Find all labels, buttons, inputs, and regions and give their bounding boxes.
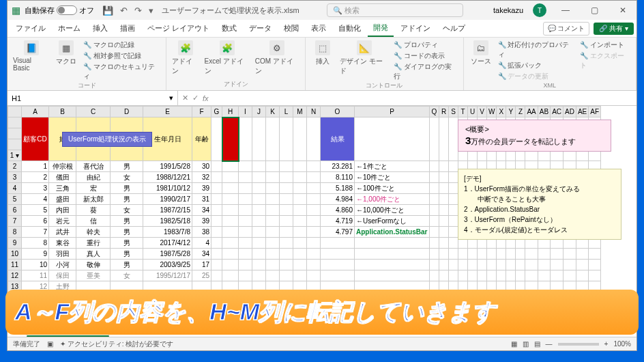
close-button[interactable]: ✕ [613, 5, 632, 15]
tab-formula[interactable]: 数式 [216, 20, 242, 36]
col-header[interactable]: Z [516, 107, 525, 117]
col-header[interactable]: U [468, 107, 478, 117]
view-break-icon[interactable]: ▤ [534, 340, 540, 348]
col-header[interactable]: G [211, 107, 222, 117]
macro-button[interactable]: ▦マクロ [55, 40, 78, 66]
tab-data[interactable]: データ [244, 20, 277, 36]
macro-security-button[interactable]: マクロのセキュリティ [83, 62, 160, 81]
undo-icon[interactable]: ↶ [120, 5, 128, 16]
relative-ref-button[interactable]: 相対参照で記録 [83, 51, 160, 61]
autosave-toggle[interactable]: 自動保存 オフ [25, 5, 94, 16]
row-header[interactable]: 2 [8, 161, 22, 172]
zoom-in-icon[interactable]: + [604, 340, 609, 348]
tab-draw[interactable]: 描画 [115, 20, 141, 36]
col-header[interactable]: B [49, 107, 76, 117]
row-header[interactable]: 6 [8, 205, 22, 216]
userform-shape-button[interactable]: UserForm処理状況の表示 [62, 132, 152, 147]
col-header[interactable]: E [143, 107, 192, 117]
insert-control-button[interactable]: ⬚挿入 [311, 40, 334, 66]
row-header[interactable]: 12 [8, 270, 22, 281]
row-header[interactable]: 4 [8, 183, 22, 194]
maximize-button[interactable]: ▢ [585, 5, 604, 15]
zoom-slider[interactable] [558, 343, 599, 346]
col-header[interactable]: F [192, 107, 211, 117]
col-header[interactable]: L [280, 107, 293, 117]
xml-refresh-button[interactable]: データの更新 [498, 72, 575, 81]
minimize-button[interactable]: — [556, 5, 575, 15]
zoom-level[interactable]: 100% [613, 340, 631, 348]
username[interactable]: takekazu [493, 6, 523, 14]
view-normal-icon[interactable]: ▦ [511, 340, 517, 348]
col-header[interactable]: M [293, 107, 307, 117]
name-box[interactable]: H1▾ [8, 91, 178, 105]
fx-icon[interactable]: fx [203, 94, 209, 102]
row-header[interactable]: 3 [8, 172, 22, 183]
properties-button[interactable]: プロパティ [394, 40, 457, 50]
tab-layout[interactable]: ページ レイアウト [142, 20, 215, 36]
tab-file[interactable]: ファイル [10, 20, 51, 36]
xml-pack-button[interactable]: 拡張パック [498, 61, 575, 70]
comment-button[interactable]: 💬 コメント [543, 22, 590, 36]
col-header[interactable]: X [497, 107, 506, 117]
record-macro-button[interactable]: マクロの記録 [83, 40, 160, 50]
dropdown-icon[interactable]: ▾ [149, 5, 153, 16]
tab-developer[interactable]: 開発 [368, 20, 394, 37]
tab-help[interactable]: ヘルプ [437, 20, 471, 36]
addin-button[interactable]: 🧩アドイン [172, 40, 199, 76]
col-header[interactable]: Q [430, 107, 439, 117]
col-header[interactable]: V [478, 107, 487, 117]
com-addin-button[interactable]: ⚙COM アドイン [255, 40, 299, 76]
col-header[interactable]: AA [525, 107, 538, 117]
macro-rec-icon[interactable]: ▣ [47, 340, 53, 348]
xml-source-button[interactable]: 🗂ソース [469, 40, 493, 66]
col-header[interactable]: D [111, 107, 143, 117]
col-header[interactable]: W [487, 107, 497, 117]
cancel-icon[interactable]: ✕ [182, 94, 188, 102]
col-header[interactable]: Y [506, 107, 516, 117]
col-header[interactable]: P [355, 107, 430, 117]
row-header[interactable]: 10 [8, 249, 22, 260]
col-header[interactable]: AC [551, 107, 564, 117]
col-header[interactable]: S [449, 107, 458, 117]
tab-view[interactable]: 表示 [306, 20, 332, 36]
row-header[interactable]: 5 [8, 194, 22, 205]
col-header[interactable]: O [321, 107, 355, 117]
enter-icon[interactable]: ✓ [192, 94, 199, 102]
xml-prop-button[interactable]: 対応付けのプロパティ [498, 40, 575, 59]
chevron-down-icon[interactable]: ▾ [169, 94, 173, 102]
col-header[interactable]: R [439, 107, 449, 117]
col-header[interactable]: J [252, 107, 266, 117]
design-mode-button[interactable]: 📐デザイン モード [340, 40, 389, 76]
col-header[interactable]: H [222, 107, 239, 117]
col-header[interactable]: N [307, 107, 321, 117]
col-header[interactable]: A [22, 107, 49, 117]
search-input[interactable]: 🔍 検索 [327, 3, 463, 17]
zoom-out-icon[interactable]: — [546, 340, 553, 348]
run-dialog-button[interactable]: ダイアログの実行 [394, 62, 457, 81]
accessibility-status[interactable]: ✦ アクセシビリティ: 検討が必要です [60, 339, 173, 349]
row-header[interactable]: 7 [8, 216, 22, 227]
col-header[interactable]: AF [589, 107, 601, 117]
save-icon[interactable]: 💾 [102, 5, 113, 16]
avatar[interactable]: T [533, 3, 546, 17]
col-header[interactable]: T [458, 107, 468, 117]
col-header[interactable]: I [239, 107, 252, 117]
tab-auto[interactable]: 自動化 [333, 20, 366, 36]
visual-basic-button[interactable]: 📘Visual Basic [13, 40, 49, 72]
xml-export-button[interactable]: エクスポート [580, 51, 630, 70]
tab-review[interactable]: 校閲 [278, 20, 304, 36]
view-layout-icon[interactable]: ▥ [523, 340, 529, 348]
col-header[interactable]: C [76, 107, 111, 117]
col-header[interactable]: AE [576, 107, 588, 117]
row-header[interactable]: 8 [8, 227, 22, 238]
redo-icon[interactable]: ↷ [134, 5, 142, 16]
col-header[interactable]: K [266, 107, 280, 117]
view-code-button[interactable]: コードの表示 [394, 51, 457, 61]
tab-home[interactable]: ホーム [53, 20, 86, 36]
share-button[interactable]: 🔗 共有 ▾ [594, 23, 634, 35]
excel-addin-button[interactable]: 🧩Excel アドイン [205, 40, 250, 76]
col-header[interactable]: AB [538, 107, 550, 117]
xml-import-button[interactable]: インポート [580, 40, 630, 50]
col-header[interactable]: AD [564, 107, 576, 117]
row-header[interactable]: 11 [8, 260, 22, 270]
